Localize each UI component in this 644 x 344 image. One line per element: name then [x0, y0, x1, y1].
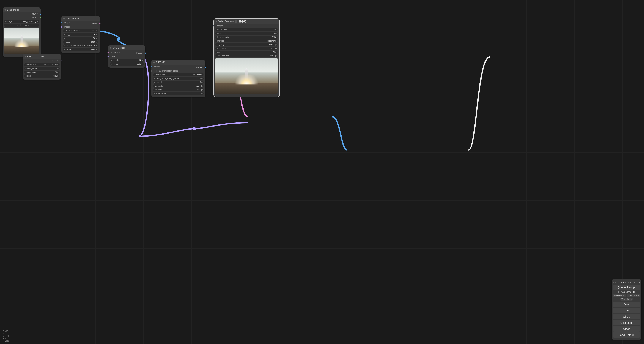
collapse-dot-icon[interactable] — [216, 21, 217, 22]
node-title-text: SVD Decoder — [112, 46, 126, 49]
queue-prompt-button[interactable]: Queue Prompt — [613, 284, 640, 290]
widget-loop-count[interactable]: ◀loop_count0▶ — [216, 32, 278, 35]
widget-upload[interactable]: choose file to upload — [4, 24, 39, 27]
node-svd-decoder[interactable]: SVD Decoder samples_z IMAGE model ◀decod… — [108, 46, 145, 68]
node-video-combine[interactable]: Video Combine VHS images ◀frame_rate6▶ ◀… — [214, 19, 279, 96]
widget-scale-factor[interactable]: ◀scale_factor1▶ — [153, 92, 204, 95]
node-title[interactable]: Load SVD Model — [23, 54, 61, 59]
widget-pingpong[interactable]: pingpongfalse — [216, 43, 278, 46]
widget-fps-id[interactable]: ◀fps_id6▶ — [63, 33, 98, 36]
clipspace-button[interactable]: Clipspace — [613, 320, 640, 325]
load-default-button[interactable]: Load Default — [613, 332, 640, 338]
view-queue-button[interactable]: View Queue — [627, 294, 640, 297]
node-rife-vfi[interactable]: RIFE VFI frames IMAGE optional_interpola… — [152, 60, 205, 97]
widget-save-metadata[interactable]: save_metadatatrue — [216, 54, 278, 58]
toggle-icon[interactable] — [201, 85, 202, 87]
node-title-text: Video Combine — [218, 20, 234, 23]
node-title-text: Load Image — [7, 8, 19, 11]
collapse-dot-icon[interactable] — [153, 62, 155, 63]
widget-control-after-generate[interactable]: ◀control_after_generaterandomize▶ — [63, 44, 98, 47]
toggle-icon[interactable] — [275, 55, 276, 57]
save-button[interactable]: Save — [613, 302, 640, 307]
widget-ensemble[interactable]: ensembletrue — [153, 88, 204, 91]
widget-format[interactable]: ◀formatimage/gif▶ — [216, 39, 278, 42]
widget-ckpt-name[interactable]: ◀ckpt_namerife40.pth▶ — [153, 73, 204, 76]
extra-options-label: Extra options — [618, 291, 631, 293]
node-load-image[interactable]: Load Image IMAGE MASK ◀imagetest_image.p… — [2, 8, 40, 57]
node-title-text: SVD Sampler — [66, 17, 80, 20]
widget-num-frames[interactable]: ◀num_frames14▶ — [24, 67, 60, 70]
widget-image[interactable]: ◀imagetest_image.png▶ — [4, 20, 39, 23]
widget-device[interactable]: ◀devicecuda▶ — [63, 48, 98, 51]
input-optional-interpolation-states[interactable]: optional_interpolation_states — [152, 69, 205, 73]
output-model[interactable]: MODEL — [23, 59, 61, 62]
widget-cond-aug[interactable]: ◀cond_aug0.0▶ — [63, 37, 98, 40]
widget-checkpoint[interactable]: ◀checkpointsvd.safetensors▶ — [24, 63, 60, 66]
load-button[interactable]: Load — [613, 308, 640, 313]
collapse-dot-icon[interactable] — [110, 47, 112, 49]
widget-device[interactable]: ◀devicecuda▶ — [110, 62, 144, 66]
widget-fast-mode[interactable]: fast_modetrue — [153, 84, 204, 88]
control-panel[interactable]: ⋮⋮ Queue size: 0 Queue Prompt Extra opti… — [612, 279, 642, 340]
widget-filename-prefix[interactable]: filename_prefixSVD — [216, 36, 278, 39]
collapse-dot-icon[interactable] — [24, 56, 26, 57]
queue-front-button[interactable]: Queue Front — [613, 294, 626, 297]
vhs-badges: VHS — [239, 20, 246, 22]
widget-device[interactable]: ◀devicecuda▶ — [24, 74, 60, 78]
widget-decoding-t[interactable]: ◀decoding_t14▶ — [110, 59, 144, 62]
collapse-dot-icon[interactable] — [4, 9, 6, 10]
widget-clear-cache-after-n-frames[interactable]: ◀clear_cache_after_n_frames10▶ — [153, 77, 204, 80]
output-mask[interactable]: MASK — [2, 16, 40, 20]
refresh-button[interactable]: Refresh — [613, 314, 640, 319]
clear-button[interactable]: Clear — [613, 326, 640, 332]
node-title-text: RIFE VFI — [156, 61, 165, 64]
image-preview — [4, 28, 39, 54]
video-preview — [216, 58, 278, 94]
input-model[interactable]: model — [62, 25, 100, 29]
widget-crf[interactable]: ◀crf20▶ — [216, 50, 278, 54]
toggle-icon[interactable] — [275, 44, 276, 46]
widget-num-steps[interactable]: ◀num_steps25▶ — [24, 71, 60, 74]
toggle-icon[interactable] — [275, 48, 276, 50]
node-badge-icon — [235, 20, 237, 22]
gear-icon[interactable] — [638, 282, 640, 284]
input-model[interactable]: model — [108, 55, 145, 58]
toggle-icon[interactable] — [201, 89, 202, 91]
collapse-dot-icon[interactable] — [63, 18, 65, 19]
node-title[interactable]: RIFE VFI — [152, 60, 205, 65]
node-title-text: Load SVD Model — [27, 55, 44, 58]
queue-size-label: Queue size: 0 — [618, 281, 637, 284]
input-images[interactable]: images — [214, 24, 279, 28]
output-image[interactable]: IMAGE — [2, 13, 40, 16]
node-title[interactable]: SVD Decoder — [108, 46, 145, 50]
output-image[interactable]: IMAGE — [108, 52, 145, 55]
widget-seed[interactable]: ◀seed1828▶ — [63, 40, 98, 44]
node-title[interactable]: SVD Sampler — [62, 16, 100, 21]
widget-motion-bucket-id[interactable]: ◀motion_bucket_id127▶ — [63, 29, 98, 32]
widget-multiplier[interactable]: ◀multiplier8▶ — [153, 81, 204, 84]
canvas-stats: T: 0.00s I: 0 N: 6 [6] V: 35 FPS:28.74 — [2, 330, 11, 342]
node-load-svd-model[interactable]: Load SVD Model MODEL ◀checkpointsvd.safe… — [23, 54, 61, 80]
node-title[interactable]: Video Combine VHS — [214, 19, 279, 24]
drag-handle-icon[interactable]: ⋮⋮ — [613, 282, 617, 284]
widget-frame-rate[interactable]: ◀frame_rate6▶ — [216, 28, 278, 31]
output-image[interactable]: IMAGE — [152, 66, 205, 69]
node-svd-sampler[interactable]: SVD Sampler image LATENT model ◀motion_b… — [62, 16, 100, 53]
node-title[interactable]: Load Image — [2, 8, 40, 12]
output-latent[interactable]: LATENT — [62, 22, 100, 25]
widget-save-image[interactable]: save_imagetrue — [216, 47, 278, 50]
extra-options-checkbox[interactable] — [633, 291, 635, 293]
view-history-button[interactable]: View History — [620, 298, 633, 301]
